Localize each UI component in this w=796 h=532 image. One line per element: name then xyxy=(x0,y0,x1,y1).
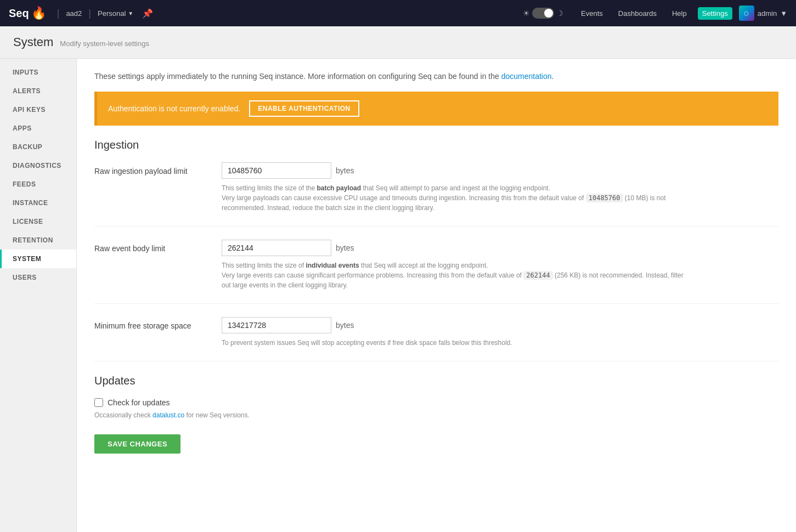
page-header: System Modify system-level settings xyxy=(0,26,796,59)
workspace-label: Personal xyxy=(98,9,126,18)
raw-ingestion-payload-input-group: bytes xyxy=(222,162,778,179)
raw-ingestion-payload-label: Raw ingestion payload limit xyxy=(94,162,204,213)
theme-toggle-area: ☀ ☽ xyxy=(523,8,563,19)
raw-ingestion-payload-control: bytes This setting limits the size of th… xyxy=(222,162,778,213)
raw-event-body-input-group: bytes xyxy=(222,240,778,256)
main-layout: INPUTS ALERTS API KEYS APPS BACKUP DIAGN… xyxy=(0,59,796,532)
admin-menu[interactable]: ⬡ admin ▼ xyxy=(739,5,787,21)
admin-avatar-icon: ⬡ xyxy=(744,10,749,16)
page-subtitle: Modify system-level settings xyxy=(60,39,149,48)
logo[interactable]: Seq 🔥 xyxy=(9,6,46,20)
min-free-storage-label: Minimum free storage space xyxy=(94,317,204,348)
info-text-suffix: . xyxy=(552,72,554,81)
nav-separator2: | xyxy=(88,8,91,19)
sidebar-item-license[interactable]: LICENSE xyxy=(0,212,76,231)
sidebar-item-feeds[interactable]: FEEDS xyxy=(0,175,76,194)
check-for-updates-row: Check for updates xyxy=(94,398,778,407)
documentation-link[interactable]: documentation xyxy=(501,72,552,81)
sidebar-item-alerts[interactable]: ALERTS xyxy=(0,82,76,100)
raw-ingestion-payload-input[interactable] xyxy=(222,162,331,179)
nav-dashboards[interactable]: Dashboards xyxy=(614,7,661,20)
sidebar-item-api-keys[interactable]: API KEYS xyxy=(0,100,76,119)
min-free-storage-input[interactable] xyxy=(222,317,331,333)
sidebar-item-inputs[interactable]: INPUTS xyxy=(0,63,76,82)
check-for-updates-checkbox[interactable] xyxy=(94,398,103,407)
save-changes-button[interactable]: SAVE CHANGES xyxy=(94,434,180,454)
admin-chevron: ▼ xyxy=(780,9,787,18)
raw-event-body-row: Raw event body limit bytes This setting … xyxy=(94,240,778,304)
workspace-chevron: ▼ xyxy=(128,10,133,16)
sun-icon: ☀ xyxy=(523,9,530,18)
check-for-updates-description: Occasionally check datalust.co for new S… xyxy=(94,411,778,419)
min-free-storage-desc: To prevent system issues Seq will stop a… xyxy=(222,338,688,348)
raw-ingestion-payload-row: Raw ingestion payload limit bytes This s… xyxy=(94,162,778,227)
nav-separator: | xyxy=(57,8,60,19)
raw-event-body-desc: This setting limits the size of individu… xyxy=(222,261,688,290)
sidebar-item-instance[interactable]: INSTANCE xyxy=(0,194,76,212)
pin-icon[interactable]: 📌 xyxy=(142,8,153,19)
theme-toggle-knob xyxy=(544,9,553,18)
raw-event-body-label: Raw event body limit xyxy=(94,240,204,290)
page-title: System xyxy=(13,35,53,49)
moon-icon: ☽ xyxy=(556,9,563,18)
warning-text: Authentication is not currently enabled. xyxy=(108,104,240,113)
logo-flame: 🔥 xyxy=(31,6,46,20)
raw-event-body-control: bytes This setting limits the size of in… xyxy=(222,240,778,290)
min-free-storage-unit: bytes xyxy=(336,321,354,330)
datalust-link[interactable]: datalust.co xyxy=(153,411,184,419)
enable-auth-button[interactable]: ENABLE AUTHENTICATION xyxy=(249,100,359,117)
sidebar-item-backup[interactable]: BACKUP xyxy=(0,138,76,156)
topnav: Seq 🔥 | aad2 | Personal ▼ 📌 ☀ ☽ Events D… xyxy=(0,0,796,26)
sidebar: INPUTS ALERTS API KEYS APPS BACKUP DIAGN… xyxy=(0,59,77,532)
check-for-updates-label[interactable]: Check for updates xyxy=(108,398,170,407)
sidebar-item-system[interactable]: SYSTEM xyxy=(0,250,76,268)
check-desc-suffix: for new Seq versions. xyxy=(184,411,250,419)
logo-text: Seq xyxy=(9,7,29,20)
check-desc-prefix: Occasionally check xyxy=(94,411,153,419)
nav-help[interactable]: Help xyxy=(668,7,691,20)
admin-label: admin xyxy=(758,9,777,18)
theme-toggle[interactable] xyxy=(532,8,554,19)
ingestion-heading: Ingestion xyxy=(94,139,778,151)
min-free-storage-control: bytes To prevent system issues Seq will … xyxy=(222,317,778,348)
min-free-storage-input-group: bytes xyxy=(222,317,778,333)
min-free-storage-row: Minimum free storage space bytes To prev… xyxy=(94,317,778,361)
updates-heading: Updates xyxy=(94,375,778,387)
sidebar-item-apps[interactable]: APPS xyxy=(0,119,76,138)
sidebar-item-diagnostics[interactable]: DIAGNOSTICS xyxy=(0,156,76,175)
admin-avatar: ⬡ xyxy=(739,5,754,21)
sidebar-item-users[interactable]: USERS xyxy=(0,268,76,287)
raw-ingestion-payload-unit: bytes xyxy=(336,166,354,175)
raw-event-body-input[interactable] xyxy=(222,240,331,256)
info-text-prefix: These settings apply immediately to the … xyxy=(94,72,501,81)
auth-warning-banner: Authentication is not currently enabled.… xyxy=(94,92,778,126)
workspace-selector[interactable]: Personal ▼ xyxy=(98,9,133,18)
sidebar-item-retention[interactable]: RETENTION xyxy=(0,231,76,250)
topnav-user: aad2 xyxy=(66,9,82,18)
info-text: These settings apply immediately to the … xyxy=(94,72,778,81)
nav-events[interactable]: Events xyxy=(577,7,607,20)
raw-ingestion-payload-desc: This setting limits the size of the batc… xyxy=(222,183,688,213)
nav-settings[interactable]: Settings xyxy=(698,7,732,20)
raw-event-body-unit: bytes xyxy=(336,244,354,252)
main-content: These settings apply immediately to the … xyxy=(77,59,796,532)
